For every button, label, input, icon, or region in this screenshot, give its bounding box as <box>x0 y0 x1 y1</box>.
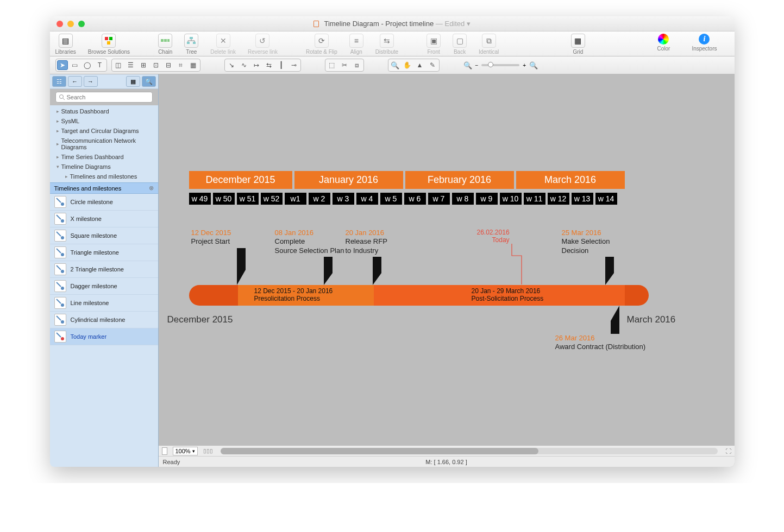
rect-tool[interactable]: ▭ <box>70 60 80 70</box>
category-tree: Status Dashboard SysML Target and Circul… <box>50 105 158 182</box>
document-icon <box>313 21 319 27</box>
grid-button[interactable]: ▦Grid <box>571 34 585 55</box>
sidebar-tabs: ☷ ← → ▦ 🔍 <box>50 74 158 89</box>
tree-item-timelines-milestones[interactable]: Timelines and milestones <box>50 172 158 181</box>
tab-search[interactable]: 🔍 <box>142 76 156 87</box>
edit-3[interactable]: ⧈ <box>352 60 362 70</box>
shape-today-marker[interactable]: Today marker <box>50 328 158 345</box>
rotate-icon: ⟳ <box>315 34 329 48</box>
tab-grid[interactable]: ▦ <box>126 76 140 87</box>
shape-tool-5[interactable]: ⊟ <box>163 60 174 70</box>
shape-tool-2[interactable]: ☰ <box>126 60 136 70</box>
tab-fwd[interactable]: → <box>84 76 98 87</box>
library-section-header: Timelines and milestones ⊗ <box>50 182 158 194</box>
conn-6[interactable]: ⊸ <box>288 60 299 70</box>
identical-button[interactable]: ⧉Identical <box>479 34 499 55</box>
delete-link-button[interactable]: ✕Delete link <box>210 34 236 55</box>
shape-line-milestone[interactable]: Line milestone <box>50 295 158 312</box>
pencil-tool[interactable]: ✎ <box>427 60 438 70</box>
rotate-flip-button[interactable]: ⟳Rotate & Flip <box>306 34 337 55</box>
shape-icon <box>54 213 66 225</box>
shape-icon <box>54 246 66 258</box>
conn-5[interactable]: ┃ <box>276 60 287 70</box>
tab-back[interactable]: ← <box>68 76 82 87</box>
stamp-tool[interactable]: ▲ <box>415 60 425 70</box>
conn-3[interactable]: ↦ <box>251 60 262 70</box>
search-input[interactable] <box>55 92 153 103</box>
pointer-tools: ➤ ▭ ◯ T <box>55 59 107 72</box>
browse-icon <box>102 34 116 48</box>
canvas[interactable]: December 2015January 2016February 2016Ma… <box>159 74 735 445</box>
tree-item-sysml[interactable]: SysML <box>50 116 158 126</box>
shape-square-milestone[interactable]: Square milestone <box>50 227 158 244</box>
tree-item-timeline[interactable]: Timeline Diagrams <box>50 162 158 172</box>
shape-label: Line milestone <box>71 300 109 306</box>
libraries-button[interactable]: ▤ Libraries <box>55 34 76 55</box>
edit-2[interactable]: ✂ <box>339 60 350 70</box>
zoom-out-icon[interactable]: 🔍 <box>463 61 472 69</box>
zoom-track[interactable] <box>481 64 519 66</box>
zoom-knob[interactable] <box>488 62 493 67</box>
inspectors-button[interactable]: iInspectors <box>692 34 717 52</box>
zoom-tool[interactable]: 🔍 <box>390 60 400 70</box>
align-button[interactable]: ≡Align <box>349 34 363 55</box>
timeline-lead <box>189 285 238 306</box>
distribute-button[interactable]: ⇆Distribute <box>375 34 398 55</box>
shape-icon <box>54 314 66 326</box>
page-nav-icon[interactable] <box>162 447 167 455</box>
svg-rect-7 <box>187 42 190 44</box>
shape-tool-6[interactable]: ⌗ <box>175 60 186 70</box>
zoom-in-icon[interactable]: 🔍 <box>529 61 538 69</box>
tree-item-telecom[interactable]: Telecommunication Network Diagrams <box>50 136 158 152</box>
week-9: w 6 <box>404 193 426 205</box>
week-4: w1 <box>285 193 306 205</box>
zoom-value[interactable]: 100%▾ <box>173 447 198 455</box>
close-section-icon[interactable]: ⊗ <box>149 185 154 192</box>
shape-tool-7[interactable]: ▦ <box>188 60 199 70</box>
today-marker-label: 26.02.2016 Today <box>477 229 510 244</box>
chain-button[interactable]: Chain <box>158 34 172 55</box>
milestone-release-rfp: 20 Jan 2016 Release RFP to Industry <box>346 229 387 255</box>
shape-x-milestone[interactable]: X milestone <box>50 211 158 227</box>
pointer-tool[interactable]: ➤ <box>57 60 68 70</box>
connector-tools: ↘ ∿ ↦ ⇆ ┃ ⊸ <box>224 59 301 72</box>
shape-tool-4[interactable]: ⊡ <box>150 60 161 70</box>
back-button[interactable]: ▢Back <box>453 34 467 55</box>
shape-label: X milestone <box>71 216 102 222</box>
tree-button[interactable]: Tree <box>184 34 198 55</box>
milestone-project-start: 12 Dec 2015 Project Start <box>191 229 231 246</box>
shape-icon <box>54 230 66 242</box>
shape-circle-milestone[interactable]: Circle milestone <box>50 194 158 211</box>
svg-point-14 <box>61 287 64 290</box>
tree-item-target[interactable]: Target and Circular Diagrams <box>50 126 158 136</box>
shape-2-triangle-milestone[interactable]: 2 Triangle milestone <box>50 261 158 278</box>
edit-1[interactable]: ⬚ <box>327 60 337 70</box>
shape-dagger-milestone[interactable]: Dagger milestone <box>50 278 158 295</box>
conn-1[interactable]: ↘ <box>226 60 237 70</box>
tree-item-status-dashboard[interactable]: Status Dashboard <box>50 106 158 116</box>
browse-solutions-button[interactable]: Browse Solutions <box>88 34 130 55</box>
shape-triangle-milestone[interactable]: Triangle milestone <box>50 244 158 261</box>
fit-icon[interactable]: ⛶ <box>725 448 731 454</box>
hand-tool[interactable]: ✋ <box>402 60 413 70</box>
text-tool[interactable]: T <box>95 60 105 70</box>
color-button[interactable]: Color <box>657 34 670 52</box>
identical-icon: ⧉ <box>482 34 496 48</box>
conn-4[interactable]: ⇆ <box>264 60 274 70</box>
reverse-link-button[interactable]: ↺Reverse link <box>248 34 278 55</box>
week-5: w 2 <box>309 193 330 205</box>
shape-tool-3[interactable]: ⊞ <box>138 60 149 70</box>
page-tabs-icon[interactable]: ▯▯▯ <box>203 448 213 454</box>
zoom-slider[interactable]: 🔍 − + 🔍 <box>463 61 538 69</box>
milestone-make-decision: 25 Mar 2016 Make Selection Decision <box>562 229 610 255</box>
tree-item-time-series[interactable]: Time Series Dashboard <box>50 152 158 162</box>
horizontal-scrollbar[interactable] <box>221 448 718 454</box>
timeline-bar: 12 Dec 2015 - 20 Jan 2016 Presolicitatio… <box>189 285 710 306</box>
shape-tool-1[interactable]: ◫ <box>113 60 124 70</box>
shape-tools: ◫ ☰ ⊞ ⊡ ⊟ ⌗ ▦ <box>111 59 200 72</box>
tab-shapes[interactable]: ☷ <box>52 76 66 87</box>
conn-2[interactable]: ∿ <box>239 60 249 70</box>
shape-cylindrical-milestone[interactable]: Cylindrical milestone <box>50 312 158 328</box>
front-button[interactable]: ▣Front <box>427 34 441 55</box>
ellipse-tool[interactable]: ◯ <box>82 60 93 70</box>
